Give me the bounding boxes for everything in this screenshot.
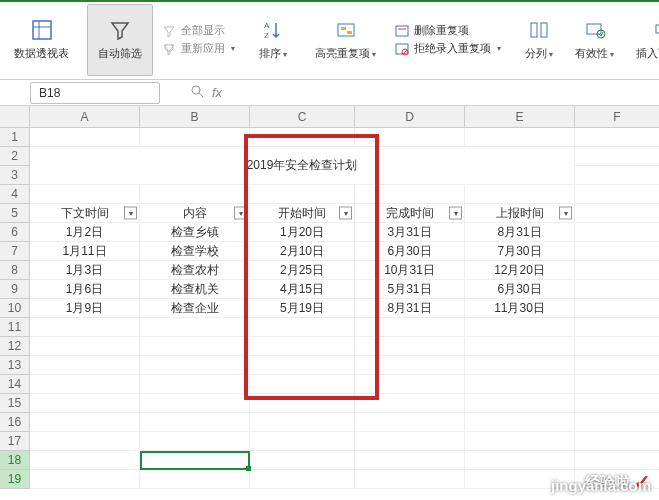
cell[interactable]: 1月9日 (30, 299, 140, 318)
column-header[interactable]: F (575, 106, 659, 128)
cell[interactable]: 1月6日 (30, 280, 140, 299)
cell[interactable]: 检查乡镇 (140, 223, 250, 242)
row-header[interactable]: 17 (0, 432, 30, 451)
cell[interactable] (355, 432, 465, 451)
cell[interactable] (140, 318, 250, 337)
cell[interactable] (250, 185, 355, 204)
column-header[interactable]: D (355, 106, 465, 128)
cell[interactable] (250, 394, 355, 413)
cell[interactable]: 完成时间▾ (355, 204, 465, 223)
cell[interactable] (250, 413, 355, 432)
row-header[interactable]: 16 (0, 413, 30, 432)
text-to-columns-button[interactable]: 分列▾ (515, 4, 563, 76)
row-header[interactable]: 2 (0, 147, 30, 166)
cell[interactable] (30, 432, 140, 451)
cell[interactable] (575, 261, 659, 280)
filter-button[interactable]: ▾ (124, 207, 137, 220)
row-header[interactable]: 11 (0, 318, 30, 337)
remove-dup-button[interactable]: 删除重复项 (394, 23, 501, 39)
name-box[interactable]: B18 (30, 82, 160, 104)
cell[interactable] (250, 318, 355, 337)
cell[interactable] (465, 337, 575, 356)
cell[interactable] (575, 318, 659, 337)
cell[interactable] (30, 451, 140, 470)
cell[interactable]: 8月31日 (355, 299, 465, 318)
cell[interactable] (355, 128, 465, 147)
validation-button[interactable]: 有效性▾ (565, 4, 624, 76)
cell[interactable] (250, 128, 355, 147)
cell[interactable] (465, 394, 575, 413)
cell[interactable] (140, 356, 250, 375)
cell[interactable] (575, 166, 659, 185)
fx-label[interactable]: fx (212, 85, 222, 100)
spreadsheet[interactable]: ABCDEF 12345678910111213141516171819 201… (0, 106, 659, 500)
cell[interactable]: 下文时间▾ (30, 204, 140, 223)
cell[interactable] (465, 432, 575, 451)
cell[interactable] (575, 394, 659, 413)
cell[interactable]: 1月3日 (30, 261, 140, 280)
cell[interactable] (250, 451, 355, 470)
cell[interactable]: 11月30日 (465, 299, 575, 318)
reapply-button[interactable]: 重新应用 ▾ (161, 41, 235, 57)
cell[interactable] (575, 356, 659, 375)
row-header[interactable]: 14 (0, 375, 30, 394)
cell[interactable] (355, 470, 465, 489)
cell[interactable]: 2月25日 (250, 261, 355, 280)
cell[interactable] (250, 375, 355, 394)
filter-button[interactable]: ▾ (559, 207, 572, 220)
row-header[interactable]: 6 (0, 223, 30, 242)
cell[interactable]: 内容▾ (140, 204, 250, 223)
cell[interactable]: 6月30日 (465, 280, 575, 299)
insert-dropdown-button[interactable]: 插入下拉列 (626, 4, 659, 76)
cell[interactable]: 5月31日 (355, 280, 465, 299)
cell[interactable] (140, 432, 250, 451)
cell[interactable] (355, 413, 465, 432)
cell[interactable] (575, 413, 659, 432)
cell[interactable]: 检查企业 (140, 299, 250, 318)
search-icon[interactable] (190, 84, 204, 101)
cell[interactable]: 12月20日 (465, 261, 575, 280)
cell[interactable]: 检查机关 (140, 280, 250, 299)
column-header[interactable]: C (250, 106, 355, 128)
cell[interactable] (465, 413, 575, 432)
cell[interactable]: 1月11日 (30, 242, 140, 261)
cell[interactable] (575, 204, 659, 223)
cell[interactable] (30, 128, 140, 147)
cell[interactable] (355, 375, 465, 394)
cell[interactable]: 上报时间▾ (465, 204, 575, 223)
filter-button[interactable]: ▾ (234, 207, 247, 220)
cell[interactable]: 10月31日 (355, 261, 465, 280)
cell[interactable]: 检查农村 (140, 261, 250, 280)
cell[interactable] (575, 337, 659, 356)
row-header[interactable]: 19 (0, 470, 30, 489)
row-header[interactable]: 18 (0, 451, 30, 470)
row-header[interactable]: 1 (0, 128, 30, 147)
cell[interactable] (250, 356, 355, 375)
cell[interactable] (465, 185, 575, 204)
reject-dup-button[interactable]: 拒绝录入重复项 ▾ (394, 41, 501, 57)
cell[interactable] (30, 470, 140, 489)
cell[interactable] (575, 223, 659, 242)
filter-button[interactable]: ▾ (449, 207, 462, 220)
row-header[interactable]: 7 (0, 242, 30, 261)
cell[interactable]: 检查学校 (140, 242, 250, 261)
cell[interactable] (250, 337, 355, 356)
row-header[interactable]: 8 (0, 261, 30, 280)
cell[interactable] (355, 337, 465, 356)
select-all-corner[interactable] (0, 106, 30, 128)
sort-button[interactable]: AZ 排序▾ (249, 4, 297, 76)
highlight-dup-button[interactable]: 高亮重复项▾ (305, 4, 386, 76)
cell[interactable] (465, 128, 575, 147)
row-header[interactable]: 5 (0, 204, 30, 223)
column-header[interactable]: A (30, 106, 140, 128)
row-header[interactable]: 3 (0, 166, 30, 185)
cell[interactable] (250, 470, 355, 489)
cell[interactable] (575, 375, 659, 394)
cell[interactable] (30, 318, 140, 337)
cell[interactable]: 5月19日 (250, 299, 355, 318)
column-header[interactable]: B (140, 106, 250, 128)
cell[interactable] (140, 128, 250, 147)
cell[interactable] (140, 413, 250, 432)
cell[interactable] (140, 375, 250, 394)
cell[interactable]: 开始时间▾ (250, 204, 355, 223)
